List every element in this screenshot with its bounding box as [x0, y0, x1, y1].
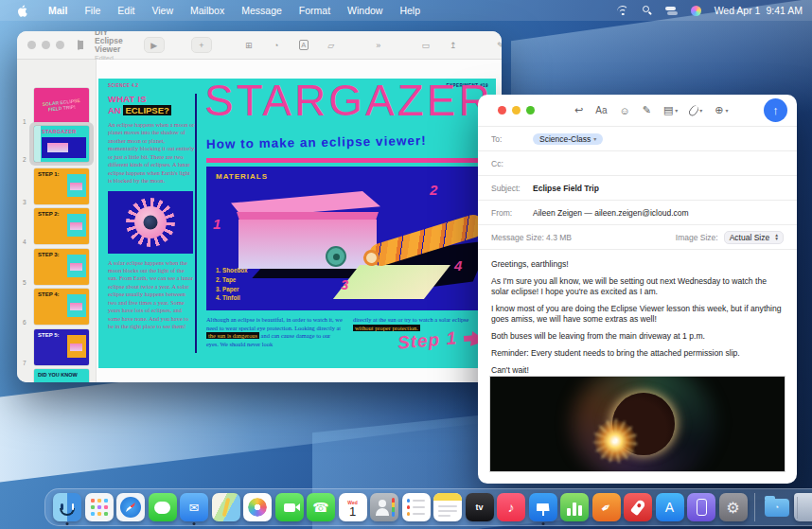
materials-heading: MATERIALS — [216, 172, 268, 181]
dock-photos-icon[interactable] — [243, 493, 272, 521]
slide-title: STARGAZER — [204, 79, 493, 126]
menu-item-message[interactable]: Message — [233, 5, 291, 16]
recipient-chevron-icon: ▾ — [593, 135, 596, 142]
slide-canvas[interactable]: SCIENCE 4.2 EXPERIMENT #19 WHAT IS AN EC… — [97, 60, 502, 382]
message-size-row: Message Size: 4.3 MB Image Size: Actual … — [478, 225, 797, 250]
slide-thumbnail-8[interactable]: 8 DID YOU KNOW — [17, 369, 97, 382]
slide-subtitle: How to make an eclipse viewer! — [206, 133, 427, 151]
slide-thumbnail-1[interactable]: 1 SOLAR ECLIPSE FIELD TRIP! — [17, 88, 97, 126]
slide-divider-line — [195, 94, 197, 353]
keynote-traffic-lights[interactable] — [27, 41, 64, 49]
format-text-icon[interactable]: Aa — [595, 105, 607, 115]
dock-contacts-icon[interactable] — [370, 493, 398, 521]
attach-file-icon[interactable]: ▾ — [690, 105, 702, 116]
current-slide[interactable]: SCIENCE 4.2 EXPERIMENT #19 WHAT IS AN EC… — [98, 79, 496, 368]
slide-question-line1: WHAT IS — [108, 94, 193, 104]
chart-button[interactable]: ◔ — [266, 37, 287, 53]
play-button[interactable]: ▶ — [144, 37, 165, 53]
menu-app-name[interactable]: Mail — [40, 5, 76, 16]
message-size-label: Message Size: 4.3 MB — [491, 233, 572, 242]
dock-messages-icon[interactable] — [149, 493, 177, 521]
dock-safari-icon[interactable] — [116, 493, 145, 521]
dock-numbers-icon[interactable] — [560, 493, 589, 521]
slide-thumbnail-4[interactable]: 4 STEP 2: — [17, 208, 97, 246]
dock-music-icon[interactable]: ♪ — [497, 493, 525, 521]
slide-thumbnail-7[interactable]: 7 STEP 5: — [17, 329, 97, 367]
comment-button[interactable]: ▭ — [415, 37, 436, 53]
dock-calendar-icon[interactable]: Wed 1 — [339, 493, 367, 521]
siri-icon[interactable] — [691, 6, 701, 16]
message-body[interactable]: Greetings, earthlings! As I'm sure you a… — [478, 250, 797, 374]
cc-label: Cc: — [491, 159, 533, 168]
text-button[interactable]: A — [293, 37, 314, 53]
sidebar-toggle-icon[interactable] — [78, 40, 79, 50]
dock-app-store-icon[interactable]: A — [656, 493, 684, 521]
to-field[interactable]: To: Science-Class ▾ — [478, 127, 797, 151]
subject-field[interactable]: Subject: Eclipse Field Trip — [478, 176, 797, 201]
mail-traffic-lights[interactable] — [498, 106, 535, 115]
add-slide-button[interactable]: + — [191, 37, 212, 53]
callout-number-1: 1 — [213, 216, 221, 232]
control-center-icon[interactable] — [665, 7, 678, 15]
dock-system-settings-icon[interactable]: ⚙ — [719, 493, 748, 521]
running-indicator — [193, 522, 196, 525]
menu-clock[interactable]: Wed Apr 1 9:41 AM — [715, 5, 803, 16]
menu-item-file[interactable]: File — [76, 5, 109, 16]
share-button[interactable]: ↥ — [443, 37, 464, 53]
format-button[interactable]: ✎ — [490, 37, 502, 53]
markup-icon[interactable]: ✎ — [643, 104, 651, 116]
dock-phone-icon[interactable]: ☎ — [307, 493, 335, 521]
menu-item-view[interactable]: View — [143, 5, 182, 16]
dock: ✉ ☎ Wed 1 tv ♪ ✒ A ⚙ — [44, 488, 812, 526]
eclipse-photo-attachment[interactable] — [489, 376, 786, 472]
dock-pages-icon[interactable]: ✒ — [592, 493, 621, 521]
menu-item-mailbox[interactable]: Mailbox — [182, 5, 233, 16]
dock-finder-icon[interactable] — [53, 493, 81, 521]
menu-item-format[interactable]: Format — [291, 5, 339, 16]
eclipse-flare — [593, 419, 637, 463]
select-stepper-icon: ▴▾ — [775, 234, 778, 239]
dock-keynote-icon[interactable] — [529, 493, 557, 521]
image-size-select[interactable]: Actual Size ▴▾ — [724, 231, 784, 244]
send-button[interactable]: ↑ — [764, 98, 787, 122]
body-paragraph: Reminder: Every student needs to bring t… — [491, 348, 784, 359]
dock-facetime-icon[interactable] — [275, 493, 304, 521]
slide-thumbnail-3[interactable]: 3 STEP 1: — [17, 168, 97, 206]
keynote-window[interactable]: DIY Eclipse Viewer Edited ▶ + ⊞ ◔ A ▱ » … — [17, 31, 502, 382]
dock-mail-icon[interactable]: ✉ — [180, 493, 208, 521]
menu-item-help[interactable]: Help — [391, 5, 429, 16]
mail-compose-window[interactable]: ↩ Aa ☺ ✎ ▤▾ ▾ ⊕▾ ↑ To: Science-Class ▾ C… — [478, 95, 797, 484]
dock-maps-icon[interactable] — [212, 493, 240, 521]
dock-rocket-app-icon[interactable] — [624, 493, 652, 521]
slide-paragraph-1: An eclipse happens when a moon or planet… — [108, 121, 195, 185]
slide-thumbnail-2-selected[interactable]: 2 STARGAZER — [17, 126, 97, 164]
slide-thumbnail-6[interactable]: 6 STEP 4: — [17, 289, 97, 326]
dock-trash-icon[interactable] — [794, 493, 812, 521]
emoji-icon[interactable]: ☺ — [619, 105, 629, 116]
menu-item-edit[interactable]: Edit — [109, 5, 143, 16]
undo-icon[interactable]: ↩ — [574, 104, 583, 116]
recipient-token[interactable]: Science-Class ▾ — [533, 133, 603, 145]
wifi-icon[interactable] — [617, 6, 629, 15]
apple-menu-icon[interactable] — [17, 4, 28, 17]
dock-reminders-icon[interactable] — [402, 493, 431, 521]
spotlight-search-icon[interactable] — [643, 6, 652, 15]
slide-thumbnail-5[interactable]: 5 STEP 3: — [17, 249, 97, 287]
dock-notes-icon[interactable] — [433, 493, 462, 521]
dock-downloads-icon[interactable] — [763, 493, 791, 521]
dock-iphone-mirroring-icon[interactable] — [687, 493, 715, 521]
dock-divider — [754, 493, 755, 521]
sun-illustration — [108, 191, 193, 254]
shape-button[interactable]: ▱ — [321, 37, 342, 53]
dock-launchpad-icon[interactable] — [85, 493, 114, 521]
table-button[interactable]: ⊞ — [238, 37, 259, 53]
from-field[interactable]: From: Aileen Zeigen — aileen.zeigen@iclo… — [478, 201, 797, 225]
menu-item-window[interactable]: Window — [339, 5, 391, 16]
header-fields-icon[interactable]: ▤▾ — [663, 104, 678, 116]
running-indicator — [66, 522, 69, 525]
insert-icon[interactable]: ⊕▾ — [715, 104, 728, 116]
more-toolbar-button[interactable]: » — [368, 37, 389, 53]
cc-field[interactable]: Cc: — [478, 151, 797, 176]
highlighted-phrase: the sun is dangerous — [206, 332, 259, 339]
dock-tv-icon[interactable]: tv — [466, 493, 494, 521]
